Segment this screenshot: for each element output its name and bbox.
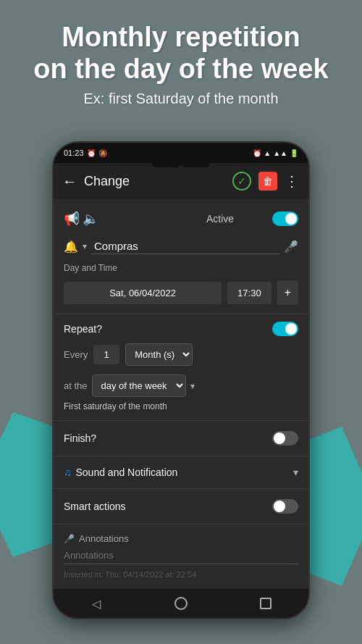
add-alarm-button[interactable]: + — [277, 280, 298, 305]
every-row: Every Month (s) — [54, 340, 308, 372]
back-button[interactable]: ← — [62, 173, 77, 190]
check-icon: ✓ — [237, 175, 246, 187]
every-label: Every — [64, 349, 88, 360]
app-bar-title: Change — [84, 174, 225, 189]
active-toggle[interactable] — [272, 212, 298, 226]
at-label: at the — [64, 380, 88, 391]
notification-input[interactable] — [91, 238, 279, 254]
back-nav-button[interactable]: ◁ — [85, 592, 108, 615]
toggle-knob — [285, 213, 297, 225]
alarm-icon: ⏰ — [87, 149, 96, 157]
back-nav-icon: ◁ — [92, 597, 101, 611]
bell-icon: 🔔 — [64, 240, 78, 254]
at-description: First saturday of the month — [54, 400, 308, 417]
active-row: 📢 🔈 Active — [54, 205, 308, 233]
time-button[interactable]: 17:30 — [227, 282, 272, 304]
inserted-text: Inserted in: Thu, 04/14/2022 at: 22:54 — [54, 567, 308, 585]
dnd-icon: 🔕 — [98, 149, 107, 157]
smart-actions-toggle-knob — [274, 501, 285, 512]
smart-actions-toggle[interactable] — [272, 499, 298, 514]
finish-row: Finish? — [54, 424, 308, 453]
speaker-icon: 🔈 — [83, 211, 98, 227]
divider-3 — [54, 456, 308, 456]
annotations-input[interactable] — [64, 547, 298, 564]
chevron-down-icon[interactable]: ▾ — [293, 467, 298, 478]
active-icons: 📢 🔈 — [64, 211, 168, 227]
header-title-line1: Monthly repetition — [0, 22, 362, 54]
status-bar: 01:23 ⏰ 🔕 ⏰ ▲ ▲▲ 🔋 — [54, 143, 308, 163]
date-button[interactable]: Sat, 06/04/2022 — [64, 282, 222, 304]
notification-row: 🔔 ▾ 🎤 — [54, 233, 308, 260]
status-bar-right: ⏰ ▲ ▲▲ 🔋 — [253, 149, 298, 157]
repeat-label: Repeat? — [64, 323, 272, 335]
status-bar-left: 01:23 ⏰ 🔕 — [64, 149, 107, 157]
signal-icon: ▲▲ — [273, 149, 287, 157]
header-title-line2: on the day of the week — [0, 54, 362, 85]
trash-icon: 🗑 — [263, 175, 273, 187]
phone-camera — [177, 165, 185, 172]
check-circle-button[interactable]: ✓ — [232, 172, 251, 191]
day-time-label: Day and Time — [54, 260, 308, 277]
alarm-right-icon: ⏰ — [253, 149, 261, 157]
header-subtitle: Ex: first Saturday of the month — [0, 91, 362, 107]
annotations-header: 🎤 Annotations — [54, 527, 308, 547]
sound-row: ♫ Sound and Notification ▾ — [54, 459, 308, 485]
trash-button[interactable]: 🗑 — [258, 172, 277, 191]
phone-frame: 01:23 ⏰ 🔕 ⏰ ▲ ▲▲ 🔋 ← Change ✓ 🗑 ⋮ — [52, 141, 310, 619]
repeat-toggle[interactable] — [272, 322, 298, 336]
megaphone-icon: 📢 — [64, 211, 80, 227]
smart-actions-label: Smart actions — [64, 501, 272, 512]
smart-actions-row: Smart actions — [54, 492, 308, 521]
at-select[interactable]: day of the week — [92, 375, 186, 397]
repeat-row: Repeat? — [54, 317, 308, 340]
divider-1 — [54, 314, 308, 314]
divider-4 — [54, 488, 308, 489]
at-arrow-icon: ▾ — [190, 381, 195, 391]
active-label: Active — [168, 213, 272, 225]
recents-nav-button[interactable] — [254, 592, 277, 615]
divider-5 — [54, 524, 308, 524]
more-button[interactable]: ⋮ — [285, 172, 300, 190]
content-area: 📢 🔈 Active 🔔 ▾ 🎤 Day and Time Sat, 06/04… — [54, 199, 308, 589]
date-time-row: Sat, 06/04/2022 17:30 + — [54, 277, 308, 311]
bottom-nav: ◁ — [54, 589, 308, 618]
dropdown-arrow-icon[interactable]: ▾ — [83, 241, 87, 251]
music-icon: ♫ — [64, 467, 72, 478]
repeat-toggle-knob — [285, 323, 297, 335]
finish-toggle-knob — [274, 432, 285, 444]
at-row: at the day of the week ▾ — [54, 372, 308, 400]
mic-small-icon: 🎤 — [64, 534, 75, 544]
status-time: 01:23 — [64, 149, 84, 157]
mic-icon[interactable]: 🎤 — [284, 240, 298, 254]
finish-toggle[interactable] — [272, 431, 298, 446]
battery-icon: 🔋 — [290, 149, 298, 157]
every-number-input[interactable] — [93, 345, 119, 364]
header-section: Monthly repetition on the day of the wee… — [0, 22, 362, 107]
wifi-icon: ▲ — [264, 149, 271, 157]
divider-2 — [54, 420, 308, 421]
home-nav-button[interactable] — [169, 592, 193, 615]
sound-label: Sound and Notification — [76, 467, 290, 478]
recents-square-icon — [260, 598, 272, 609]
finish-label: Finish? — [64, 432, 272, 444]
app-bar-icons: ✓ 🗑 ⋮ — [232, 172, 300, 191]
every-unit-select[interactable]: Month (s) — [125, 343, 193, 366]
annotations-label: Annotations — [79, 533, 129, 544]
home-circle-icon — [174, 597, 188, 610]
